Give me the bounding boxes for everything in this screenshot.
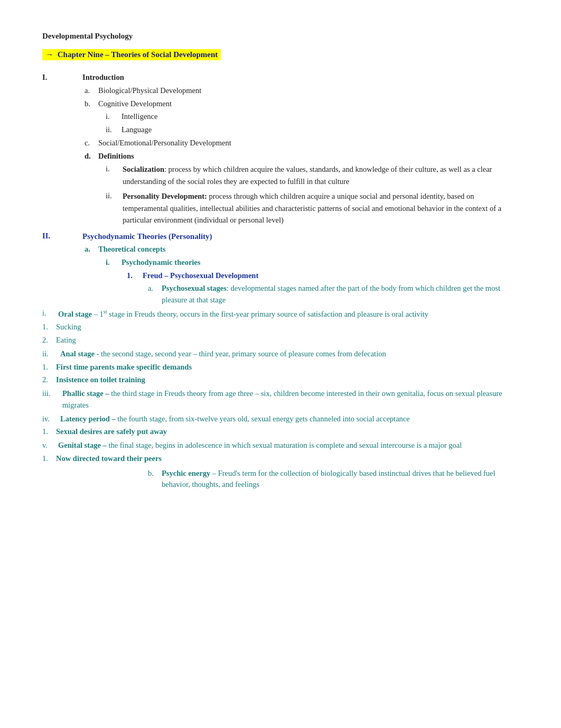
def-i-label: i. [106,163,119,187]
section-I-header: I. Introduction [42,72,519,84]
anal-sub-1-text: First time parents make specific demands [56,362,519,373]
stage-oral-text: Oral stage – 1st stage in Freuds theory,… [58,308,519,320]
section-II-a-label: a. [85,244,95,255]
def-i-text: Socialization: process by which children… [123,163,519,187]
section-II-1-title: Freud – Psychosexual Development [143,270,519,282]
latency-sub-1-text: Sexual desires are safely put away [56,426,519,438]
section-I-label: I. [42,72,79,84]
oral-text: – 1st stage in Freuds theory, occurs in … [92,310,428,318]
intro-a-label: a. [85,85,95,97]
section-II-a-title: Theoretical concepts [98,244,519,255]
genital-sub-1: 1. Now directed toward their peers [42,453,519,465]
oral-sub-1-text: Sucking [56,321,519,333]
section-II-title: Psychodynamic Theories (Personality) [82,231,519,243]
section-II-i: i. Psychodynamic theories [106,257,519,269]
oral-sub-2: 2. Eating [42,335,519,346]
stage-latency: iv. Latency period – the fourth stage, f… [42,413,519,425]
arrow-icon: → [45,50,53,59]
def-i: i. Socialization: process by which child… [106,163,519,187]
latency-sub-1-label: 1. [42,426,53,438]
stage-latency-text: Latency period – the fourth stage, from … [60,413,519,425]
intro-item-b: b. Cognitive Development [85,98,519,110]
intro-d-text: Definitions [98,151,519,162]
oral-bold: Oral stage [58,310,92,318]
anal-sub-2: 2. Insistence on toilet training [42,374,519,386]
psychic-rest: – Freud's term for the collection of bio… [162,469,495,489]
anal-bold: Anal stage - [60,349,99,358]
intro-b-ii-label: ii. [106,124,118,136]
psychic-bold: Psychic energy [162,469,210,477]
oral-sub-1-label: 1. [42,321,53,333]
latency-sub-1: 1. Sexual desires are safely put away [42,426,519,438]
stage-genital-label: v. [42,440,55,451]
def-ii-label: ii. [106,190,119,226]
psychic-energy: b. Psychic energy – Freud's term for the… [148,468,519,491]
genital-sub-1-label: 1. [42,453,53,465]
stage-phallic: iii. Phallic stage – the third stage in … [42,388,519,411]
intro-b-ii-text: Language [121,124,519,136]
section-II-label: II. [42,231,79,243]
intro-b-text: Cognitive Development [98,98,519,110]
oral-sub-2-label: 2. [42,335,53,346]
stage-genital: v. Genital stage – the final stage, begi… [42,440,519,451]
section-II-header: II. Psychodynamic Theories (Personality) [42,231,519,243]
genital-sub-1-text: Now directed toward their peers [56,453,519,465]
def-i-rest: : process by which children acquire the … [123,165,492,185]
section-II-a2: a. Psychosexual stages: developmental st… [148,283,519,306]
section-II-1-label: 1. [127,270,139,282]
intro-a-text: Biological/Physical Development [98,85,519,97]
stage-anal: ii. Anal stage - the second stage, secon… [42,348,519,360]
stage-anal-text: Anal stage - the second stage, second ye… [60,348,519,360]
intro-d-label: d. [85,151,95,162]
section-II-i-title: Psychodynamic theories [121,257,519,269]
phallic-text: the third stage in Freuds theory from ag… [62,389,502,409]
latency-bold: Latency period – [60,414,116,423]
intro-b-i: i. Intelligence [106,111,519,123]
def-ii: ii. Personality Development: process thr… [106,190,519,226]
intro-c-text: Social/Emotional/Personality Development [98,137,519,149]
section-II-1: 1. Freud – Psychosexual Development [127,270,519,282]
intro-item-c: c. Social/Emotional/Personality Developm… [85,137,519,149]
stage-phallic-text: Phallic stage – the third stage in Freud… [62,388,519,411]
intro-b-ii: ii. Language [106,124,519,136]
stage-genital-text: Genital stage – the final stage, begins … [58,440,519,451]
intro-item-d: d. Definitions [85,151,519,162]
genital-text: the final stage, begins in adolescence i… [107,441,462,449]
doc-title: Developmental Psychology [42,32,519,41]
oral-sub-1: 1. Sucking [42,321,519,333]
stage-oral: i. Oral stage – 1st stage in Freuds theo… [42,308,519,320]
anal-sub-1: 1. First time parents make specific dema… [42,362,519,373]
stage-anal-label: ii. [42,348,57,360]
psychosexual-stages-bold: Psychosexual stages [162,284,227,292]
anal-sub-1-label: 1. [42,362,53,373]
def-ii-bold: Personality Development: [123,192,207,200]
anal-sub-2-text: Insistence on toilet training [56,374,519,386]
chapter-heading: → Chapter Nine – Theories of Social Deve… [42,49,221,60]
stage-latency-label: iv. [42,413,57,425]
section-II: II. Psychodynamic Theories (Personality)… [42,231,519,491]
chapter-title-text: Chapter Nine – Theories of Social Develo… [58,50,218,59]
genital-bold: Genital stage – [58,441,107,449]
section-II-a2-label: a. [148,283,158,306]
section-I-title: Introduction [82,72,519,84]
section-II-a: a. Theoretical concepts [85,244,519,255]
def-ii-text: Personality Development: process through… [123,190,519,226]
intro-item-a: a. Biological/Physical Development [85,85,519,97]
intro-b-i-text: Intelligence [121,111,519,123]
latency-text: the fourth stage, from six-twelve years … [116,414,410,423]
phallic-bold: Phallic stage – [62,389,109,398]
document-wrapper: Developmental Psychology → Chapter Nine … [42,32,519,491]
def-i-bold: Socialization [123,165,164,173]
anal-sub-2-label: 2. [42,374,53,386]
section-II-i-label: i. [106,257,118,269]
psychic-energy-label: b. [148,468,158,491]
intro-b-label: b. [85,98,95,110]
oral-sub-2-text: Eating [56,335,519,346]
section-I: I. Introduction a. Biological/Physical D… [42,72,519,226]
anal-text: the second stage, second year – third ye… [99,349,386,358]
intro-c-label: c. [85,137,95,149]
intro-b-i-label: i. [106,111,118,123]
section-II-a2-text: Psychosexual stages: developmental stage… [162,283,519,306]
psychic-energy-text: Psychic energy – Freud's term for the co… [162,468,519,491]
stage-phallic-label: iii. [42,388,59,411]
